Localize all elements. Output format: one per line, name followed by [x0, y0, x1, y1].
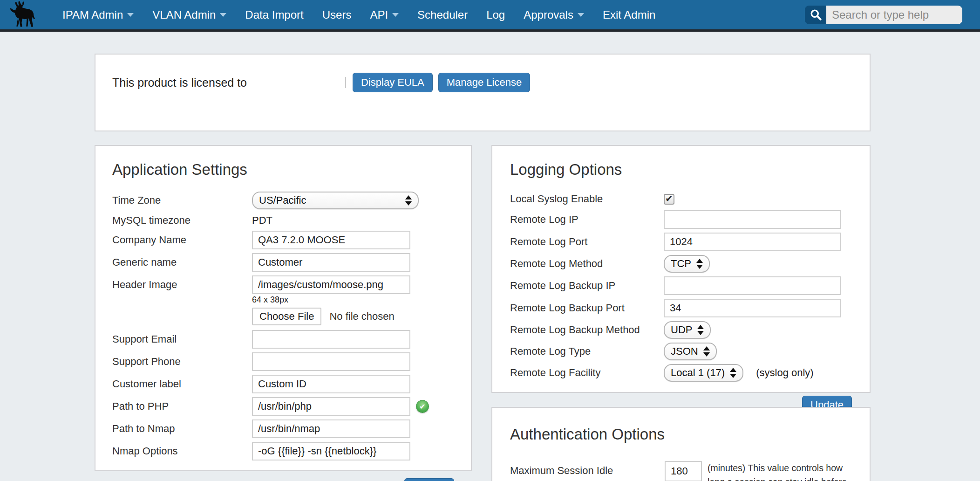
nav-item-label: Exit Admin [603, 8, 655, 21]
path-to-nmap-input[interactable] [252, 419, 410, 438]
header-image-label: Header Image [112, 279, 252, 291]
support-phone-input[interactable] [252, 352, 410, 371]
nav-item-approvals[interactable]: Approvals [514, 0, 593, 29]
nmap-options-input[interactable] [252, 442, 410, 460]
nav-item-log[interactable]: Log [477, 0, 514, 29]
manage-license-button[interactable]: Manage License [438, 73, 530, 92]
generic-name-label: Generic name [112, 256, 252, 268]
file-chosen-status: No file chosen [329, 310, 394, 323]
nav-item-vlan-admin[interactable]: VLAN Admin [143, 0, 236, 29]
remote-log-backup-port-input[interactable] [664, 299, 841, 317]
customer-label-label: Customer label [112, 378, 252, 390]
nav-item-label: Data Import [245, 8, 303, 21]
nav-item-label: VLAN Admin [152, 8, 216, 21]
select-arrows-icon [730, 368, 736, 378]
panel-title: Authentication Options [510, 426, 852, 443]
remote-log-facility-label: Remote Log Facility [510, 367, 664, 379]
remote-log-method-value: TCP [671, 258, 691, 270]
nav-item-scheduler[interactable]: Scheduler [408, 0, 477, 29]
remote-log-type-label: Remote Log Type [510, 345, 664, 357]
chevron-down-icon [578, 13, 584, 17]
search-icon[interactable] [805, 6, 826, 24]
path-to-php-label: Path to PHP [112, 400, 252, 412]
license-panel: This product is licensed to Display EULA… [95, 54, 871, 131]
nav-item-label: Scheduler [417, 8, 468, 21]
generic-name-input[interactable] [252, 253, 410, 272]
local-syslog-enable-label: Local Syslog Enable [510, 193, 664, 205]
remote-log-facility-select[interactable]: Local 1 (17) [664, 364, 743, 382]
nmap-options-label: Nmap Options [112, 445, 252, 457]
remote-log-backup-ip-input[interactable] [664, 276, 841, 295]
search-input[interactable] [826, 6, 962, 24]
remote-log-type-select[interactable]: JSON [664, 343, 717, 360]
remote-log-backup-method-value: UDP [671, 324, 692, 336]
nav-item-label: IPAM Admin [62, 8, 123, 21]
path-to-nmap-label: Path to Nmap [112, 423, 252, 435]
nav-item-label: Log [486, 8, 505, 21]
select-arrows-icon [696, 259, 703, 269]
local-syslog-checkbox[interactable] [664, 194, 674, 205]
search-box [805, 6, 962, 24]
choose-file-button[interactable]: Choose File [252, 308, 321, 325]
application-settings-panel: Application Settings Time Zone US/Pacifi… [95, 145, 472, 471]
mysql-timezone-value: PDT [252, 214, 272, 227]
customer-label-input[interactable] [252, 375, 410, 393]
header-image-size-note: 64 x 38px [252, 295, 454, 305]
nav-item-label: Users [322, 8, 352, 21]
mysql-timezone-label: MySQL timezone [112, 214, 252, 227]
path-to-php-input[interactable] [252, 397, 410, 416]
chevron-down-icon [127, 13, 134, 17]
nav-menu: IPAM Admin VLAN Admin Data Import Users … [53, 0, 665, 29]
remote-log-backup-port-label: Remote Log Backup Port [510, 302, 664, 314]
max-session-idle-label: Maximum Session Idle [510, 461, 665, 477]
nav-item-exit-admin[interactable]: Exit Admin [593, 0, 665, 29]
remote-log-backup-method-label: Remote Log Backup Method [510, 324, 664, 336]
max-session-idle-input[interactable] [665, 461, 702, 481]
divider [345, 77, 346, 88]
support-email-label: Support Email [112, 333, 252, 345]
support-email-input[interactable] [252, 330, 410, 349]
time-zone-label: Time Zone [112, 194, 252, 206]
nav-item-api[interactable]: API [361, 0, 408, 29]
company-name-input[interactable] [252, 231, 410, 249]
remote-log-type-value: JSON [671, 345, 698, 357]
logging-options-panel: Logging Options Local Syslog Enable Remo… [491, 145, 871, 393]
chevron-down-icon [220, 13, 226, 17]
header-image-input[interactable] [252, 275, 410, 294]
select-arrows-icon [703, 346, 710, 357]
valid-check-icon: ✔ [416, 400, 429, 413]
support-phone-label: Support Phone [112, 356, 252, 368]
remote-log-port-input[interactable] [664, 233, 841, 251]
authentication-options-panel: Authentication Options Maximum Session I… [491, 407, 871, 481]
license-text: This product is licensed to [112, 76, 345, 89]
time-zone-value: US/Pacific [259, 194, 306, 206]
remote-log-method-select[interactable]: TCP [664, 255, 710, 273]
remote-log-ip-input[interactable] [664, 210, 841, 229]
syslog-only-note: (syslog only) [756, 367, 813, 379]
panel-title: Logging Options [510, 161, 852, 179]
top-navbar: IPAM Admin VLAN Admin Data Import Users … [0, 0, 980, 32]
nav-item-label: Approvals [524, 8, 573, 21]
remote-log-facility-value: Local 1 (17) [671, 367, 725, 379]
time-zone-select[interactable]: US/Pacific [252, 192, 419, 209]
display-eula-button[interactable]: Display EULA [353, 73, 433, 92]
nav-item-label: API [370, 8, 388, 21]
remote-log-method-label: Remote Log Method [510, 258, 664, 270]
select-arrows-icon [697, 325, 704, 335]
chevron-down-icon [392, 13, 399, 17]
panel-title: Application Settings [112, 161, 454, 179]
remote-log-backup-ip-label: Remote Log Backup IP [510, 280, 664, 292]
company-name-label: Company Name [112, 234, 252, 246]
select-arrows-icon [405, 195, 412, 206]
nav-item-users[interactable]: Users [313, 0, 361, 29]
remote-log-ip-label: Remote Log IP [510, 213, 664, 226]
nav-item-ipam-admin[interactable]: IPAM Admin [53, 0, 143, 29]
remote-log-port-label: Remote Log Port [510, 236, 664, 248]
nav-item-data-import[interactable]: Data Import [236, 0, 313, 29]
remote-log-backup-method-select[interactable]: UDP [664, 321, 711, 339]
app-settings-update-button[interactable]: Update [404, 478, 454, 481]
moose-logo-icon [7, 1, 41, 29]
